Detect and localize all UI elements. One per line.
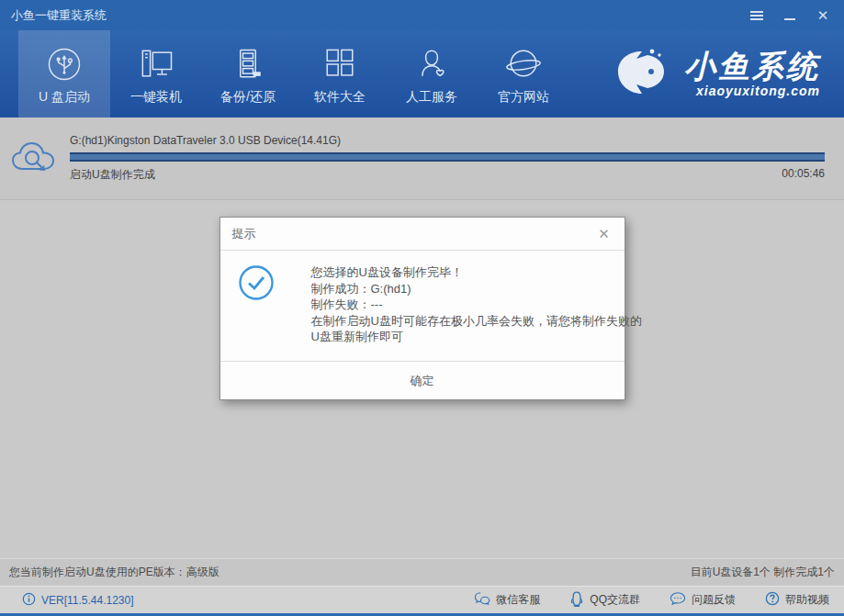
feedback-icon xyxy=(670,591,686,609)
footer-link-label: 帮助视频 xyxy=(785,592,829,608)
main-nav: U 盘启动 一键装机 xyxy=(0,30,844,118)
titlebar: 小鱼一键重装系统 ✕ xyxy=(0,0,844,30)
usb-device-label: G:(hd1)Kingston DataTraveler 3.0 USB Dev… xyxy=(70,134,825,147)
nav-item-software[interactable]: 软件大全 xyxy=(294,30,386,118)
backup-restore-icon xyxy=(228,42,268,84)
usb-count-status: 目前U盘设备1个 制作完成1个 xyxy=(691,565,835,580)
dialog-message-line: 在制作启动U盘时可能存在极小几率会失败，请您将制作失败的 xyxy=(311,313,642,330)
main-area: 提示 ✕ 您选择的U盘设备制作完毕！ 制作成功：G:(hd1) 制作失败：---… xyxy=(0,200,844,558)
computer-icon xyxy=(135,42,177,84)
dialog-message-line: 您选择的U盘设备制作完毕！ xyxy=(311,264,642,281)
version-label: VER[11.5.44.1230] xyxy=(22,592,134,609)
nav-item-label: 一键装机 xyxy=(130,89,182,106)
qq-icon xyxy=(569,591,584,610)
menu-button[interactable] xyxy=(743,4,771,28)
nav-item-label: 人工服务 xyxy=(406,89,457,106)
ok-button[interactable]: 确定 xyxy=(379,367,466,395)
dialog-close-icon[interactable]: ✕ xyxy=(596,226,613,242)
nav-item-support[interactable]: 人工服务 xyxy=(386,30,478,118)
version-text: VER[11.5.44.1230] xyxy=(41,594,134,607)
footer-link-label: 问题反馈 xyxy=(692,592,736,608)
status-bar: 您当前制作启动U盘使用的PE版本：高级版 目前U盘设备1个 制作完成1个 xyxy=(0,558,844,586)
nav-item-website[interactable]: 官方网站 xyxy=(478,30,569,118)
progress-content: G:(hd1)Kingston DataTraveler 3.0 USB Dev… xyxy=(70,134,825,183)
nav-item-label: 官方网站 xyxy=(498,89,549,106)
qq-group-link[interactable]: QQ交流群 xyxy=(569,591,640,610)
nav-item-label: 软件大全 xyxy=(314,89,366,106)
progress-status-text: 启动U盘制作完成 xyxy=(70,167,155,183)
window-title: 小鱼一键重装系统 xyxy=(0,7,743,24)
app-window: 小鱼一键重装系统 ✕ U 盘启动 xyxy=(0,0,844,616)
cloud-usb-icon xyxy=(0,138,70,180)
dialog-message: 您选择的U盘设备制作完毕！ 制作成功：G:(hd1) 制作失败：--- 在制作启… xyxy=(311,264,642,361)
footer-link-label: QQ交流群 xyxy=(590,592,640,608)
dialog-footer: 确定 xyxy=(220,361,625,399)
progress-bar-fill xyxy=(70,154,825,160)
footer-link-label: 微信客服 xyxy=(496,592,540,608)
usb-progress-panel: G:(hd1)Kingston DataTraveler 3.0 USB Dev… xyxy=(0,118,844,200)
usb-icon xyxy=(44,42,84,84)
logo-title: 小鱼系统 xyxy=(684,50,820,82)
wechat-icon xyxy=(474,591,490,609)
footer-links: 微信客服 QQ交流群 xyxy=(474,591,829,610)
success-check-icon xyxy=(238,264,275,361)
info-icon xyxy=(22,592,36,609)
menu-icon xyxy=(750,15,763,17)
elapsed-time: 00:05:46 xyxy=(782,167,825,183)
nav-item-label: 备份/还原 xyxy=(220,89,276,106)
wechat-support-link[interactable]: 微信客服 xyxy=(474,591,540,610)
globe-icon xyxy=(502,42,545,84)
dialog-message-line: 制作失败：--- xyxy=(311,297,642,313)
dialog-title: 提示 xyxy=(232,226,596,242)
nav-item-label: U 盘启动 xyxy=(39,89,90,106)
help-video-link[interactable]: 帮助视频 xyxy=(765,591,829,610)
dialog-message-line: U盘重新制作即可 xyxy=(311,329,642,345)
feedback-link[interactable]: 问题反馈 xyxy=(670,591,736,610)
progress-bar xyxy=(70,152,825,162)
minimize-icon xyxy=(784,18,795,20)
dialog-header: 提示 ✕ xyxy=(220,218,625,251)
logo-text: 小鱼系统 xiaoyuxitong.com xyxy=(684,50,820,98)
dialog-message-line: 制作成功：G:(hd1) xyxy=(311,281,642,297)
logo-subtitle: xiaoyuxitong.com xyxy=(684,84,820,98)
footer-bar: VER[11.5.44.1230] 微信客服 xyxy=(0,586,844,613)
nav-item-usb-boot[interactable]: U 盘启动 xyxy=(18,30,110,118)
apps-grid-icon xyxy=(320,42,360,84)
nav-item-backup-restore[interactable]: 备份/还原 xyxy=(202,30,294,118)
minimize-button[interactable] xyxy=(776,4,804,28)
brand-logo: 小鱼系统 xiaoyuxitong.com xyxy=(611,30,820,118)
help-video-icon xyxy=(765,591,780,609)
person-service-icon xyxy=(411,42,452,84)
nav-item-one-click-install[interactable]: 一键装机 xyxy=(110,30,202,118)
fish-logo-icon xyxy=(611,44,677,105)
dialog-body: 您选择的U盘设备制作完毕！ 制作成功：G:(hd1) 制作失败：--- 在制作启… xyxy=(220,251,625,361)
close-button[interactable]: ✕ xyxy=(809,4,837,28)
pe-version-status: 您当前制作启动U盘使用的PE版本：高级版 xyxy=(9,565,219,580)
result-dialog: 提示 ✕ 您选择的U盘设备制作完毕！ 制作成功：G:(hd1) 制作失败：---… xyxy=(219,217,625,400)
window-controls: ✕ xyxy=(743,4,844,28)
